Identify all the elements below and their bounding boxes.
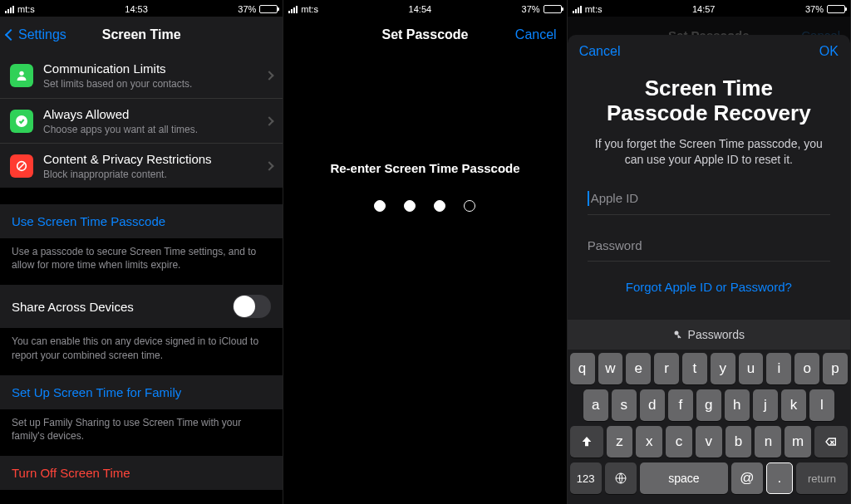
- use-passcode-footer: Use a passcode to secure Screen Time set…: [0, 238, 283, 285]
- chevron-right-icon: [265, 71, 274, 80]
- key-u[interactable]: u: [739, 353, 764, 384]
- chevron-right-icon: [265, 161, 274, 170]
- nav-bar: Set Passcode Cancel: [283, 17, 566, 53]
- backspace-key[interactable]: [814, 426, 848, 458]
- key-w[interactable]: w: [598, 353, 623, 384]
- key-a[interactable]: a: [583, 389, 608, 421]
- key-v[interactable]: v: [696, 426, 722, 458]
- chevron-left-icon: [5, 29, 17, 41]
- key-g[interactable]: g: [696, 389, 721, 421]
- signal-icon: [573, 6, 582, 13]
- key-f[interactable]: f: [668, 389, 693, 421]
- recovery-modal: Cancel OK Screen Time Passcode Recovery …: [568, 35, 850, 504]
- passcode-dot: [404, 200, 416, 212]
- check-icon: [10, 110, 33, 133]
- password-field[interactable]: Password: [588, 230, 830, 262]
- modal-cancel-button[interactable]: Cancel: [579, 44, 621, 59]
- space-key[interactable]: space: [640, 462, 728, 494]
- chevron-right-icon: [265, 116, 274, 125]
- key-c[interactable]: c: [666, 426, 692, 458]
- key-icon: [673, 330, 683, 340]
- passcode-prompt: Re-enter Screen Time Passcode: [330, 161, 519, 175]
- key-y[interactable]: y: [711, 353, 735, 384]
- passcode-dot: [434, 200, 445, 212]
- passcode-dots: [374, 200, 475, 212]
- svg-point-0: [19, 71, 23, 76]
- keyboard-suggestion-bar[interactable]: Passwords: [568, 320, 850, 350]
- row-title: Communication Limits: [43, 61, 266, 76]
- block-icon: [10, 154, 33, 178]
- at-key[interactable]: @: [731, 462, 763, 494]
- modal-ok-button[interactable]: OK: [819, 44, 839, 59]
- svg-line-3: [18, 163, 25, 169]
- share-label: Share Across Devices: [12, 300, 134, 314]
- key-e[interactable]: e: [626, 353, 651, 384]
- key-o[interactable]: o: [794, 353, 819, 384]
- status-bar: mt:s 14:57 37%: [568, 0, 850, 17]
- row-title: Always Allowed: [43, 107, 266, 122]
- status-bar: mt:s 14:53 37%: [0, 0, 283, 17]
- row-subtitle: Set limits based on your contacts.: [43, 78, 266, 90]
- status-bar: mt:s 14:54 37%: [283, 0, 566, 17]
- row-title: Content & Privacy Restrictions: [43, 152, 266, 167]
- text-cursor: [588, 191, 589, 206]
- battery-icon: [544, 5, 562, 13]
- share-across-devices-row[interactable]: Share Across Devices: [0, 285, 283, 328]
- battery-percent: 37%: [805, 4, 824, 14]
- globe-key[interactable]: [605, 462, 637, 494]
- cancel-button[interactable]: Cancel: [515, 17, 557, 53]
- keyboard: qwertyuiop asdfghjkl zxcvbnm 123 space @…: [568, 350, 850, 504]
- key-p[interactable]: p: [823, 353, 848, 384]
- key-q[interactable]: q: [570, 353, 595, 384]
- return-key[interactable]: return: [796, 462, 848, 494]
- phone-passcode-recovery: mt:s 14:57 37% Set Passcode Cancel Cance…: [568, 0, 851, 504]
- key-x[interactable]: x: [636, 426, 662, 458]
- key-h[interactable]: h: [725, 389, 750, 421]
- shift-key[interactable]: [570, 426, 603, 458]
- carrier-label: mt:s: [301, 4, 318, 14]
- family-setup-button[interactable]: Set Up Screen Time for Family: [0, 375, 283, 409]
- key-r[interactable]: r: [654, 353, 679, 384]
- key-b[interactable]: b: [726, 426, 752, 458]
- status-time: 14:57: [692, 4, 716, 14]
- nav-back-button[interactable]: Settings: [7, 17, 66, 53]
- battery-percent: 37%: [238, 4, 256, 14]
- key-m[interactable]: m: [785, 426, 811, 458]
- status-time: 14:54: [409, 4, 432, 14]
- row-always-allowed[interactable]: Always Allowed Choose apps you want at a…: [0, 98, 283, 143]
- passcode-dot: [464, 200, 475, 212]
- key-j[interactable]: j: [753, 389, 778, 421]
- key-z[interactable]: z: [607, 426, 633, 458]
- use-passcode-button[interactable]: Use Screen Time Passcode: [0, 204, 283, 238]
- passcode-dot: [374, 200, 386, 212]
- turn-off-screen-time-button[interactable]: Turn Off Screen Time: [0, 456, 283, 490]
- key-t[interactable]: t: [682, 353, 707, 384]
- dot-key[interactable]: .: [766, 462, 793, 494]
- nav-title: Set Passcode: [381, 27, 468, 42]
- signal-icon: [5, 6, 14, 13]
- key-d[interactable]: d: [640, 389, 665, 421]
- carrier-label: mt:s: [17, 4, 35, 14]
- battery-percent: 37%: [522, 4, 540, 14]
- phone-screen-time-settings: mt:s 14:53 37% Settings Screen Time Comm…: [0, 0, 283, 504]
- family-footer: Set up Family Sharing to use Screen Time…: [0, 409, 283, 456]
- row-subtitle: Block inappropriate content.: [43, 169, 266, 180]
- modal-title: Screen Time Passcode Recovery: [588, 76, 830, 126]
- key-s[interactable]: s: [612, 389, 637, 421]
- share-toggle[interactable]: [233, 295, 271, 318]
- modal-description: If you forget the Screen Time passcode, …: [588, 136, 830, 168]
- row-content-privacy[interactable]: Content & Privacy Restrictions Block ina…: [0, 143, 283, 188]
- forgot-link[interactable]: Forgot Apple ID or Password?: [588, 262, 830, 301]
- status-time: 14:53: [125, 4, 148, 14]
- apple-id-field[interactable]: Apple ID: [588, 183, 830, 215]
- row-subtitle: Choose apps you want at all times.: [43, 124, 266, 135]
- share-footer: You can enable this on any device signed…: [0, 328, 283, 374]
- key-l[interactable]: l: [809, 389, 834, 421]
- key-k[interactable]: k: [781, 389, 806, 421]
- battery-icon: [827, 5, 845, 13]
- row-communication-limits[interactable]: Communication Limits Set limits based on…: [0, 53, 283, 98]
- numbers-key[interactable]: 123: [570, 462, 602, 494]
- phone-set-passcode: mt:s 14:54 37% Set Passcode Cancel Re-en…: [283, 0, 567, 504]
- key-n[interactable]: n: [755, 426, 781, 458]
- key-i[interactable]: i: [766, 353, 791, 384]
